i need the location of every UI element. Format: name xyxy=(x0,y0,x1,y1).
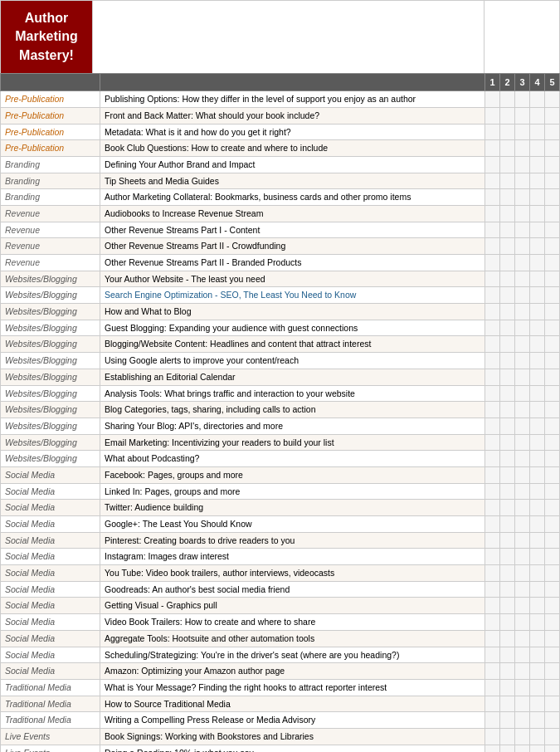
cell-score-5[interactable] xyxy=(545,434,560,451)
cell-score-3[interactable] xyxy=(515,712,530,729)
cell-score-1[interactable] xyxy=(485,598,500,614)
cell-score-2[interactable] xyxy=(500,173,515,189)
cell-score-1[interactable] xyxy=(485,287,500,304)
cell-score-5[interactable] xyxy=(545,598,560,614)
cell-score-1[interactable] xyxy=(485,565,500,582)
cell-score-3[interactable] xyxy=(515,140,530,157)
cell-score-2[interactable] xyxy=(500,696,515,712)
cell-score-1[interactable] xyxy=(485,614,500,631)
cell-score-5[interactable] xyxy=(545,205,560,222)
cell-score-2[interactable] xyxy=(500,712,515,729)
cell-score-5[interactable] xyxy=(545,255,560,271)
cell-score-5[interactable] xyxy=(545,336,560,353)
cell-score-2[interactable] xyxy=(500,418,515,434)
cell-score-5[interactable] xyxy=(545,663,560,680)
cell-score-4[interactable] xyxy=(530,91,545,108)
cell-score-3[interactable] xyxy=(515,336,530,353)
cell-score-3[interactable] xyxy=(515,614,530,631)
cell-score-4[interactable] xyxy=(530,728,545,745)
cell-score-2[interactable] xyxy=(500,630,515,647)
cell-score-3[interactable] xyxy=(515,287,530,304)
cell-score-4[interactable] xyxy=(530,107,545,124)
cell-score-2[interactable] xyxy=(500,581,515,598)
cell-score-5[interactable] xyxy=(545,745,560,752)
cell-score-4[interactable] xyxy=(530,304,545,320)
cell-score-3[interactable] xyxy=(515,369,530,385)
cell-score-5[interactable] xyxy=(545,238,560,255)
cell-score-3[interactable] xyxy=(515,728,530,745)
cell-score-5[interactable] xyxy=(545,712,560,729)
cell-score-4[interactable] xyxy=(530,255,545,271)
cell-score-4[interactable] xyxy=(530,466,545,483)
cell-score-5[interactable] xyxy=(545,466,560,483)
cell-score-5[interactable] xyxy=(545,516,560,533)
cell-score-2[interactable] xyxy=(500,320,515,336)
cell-score-3[interactable] xyxy=(515,205,530,222)
cell-score-2[interactable] xyxy=(500,402,515,418)
cell-score-4[interactable] xyxy=(530,516,545,533)
cell-score-4[interactable] xyxy=(530,581,545,598)
cell-score-4[interactable] xyxy=(530,679,545,696)
cell-score-5[interactable] xyxy=(545,173,560,189)
cell-score-4[interactable] xyxy=(530,336,545,353)
cell-score-5[interactable] xyxy=(545,500,560,516)
cell-score-2[interactable] xyxy=(500,516,515,533)
cell-score-3[interactable] xyxy=(515,630,530,647)
cell-score-1[interactable] xyxy=(485,696,500,712)
cell-score-1[interactable] xyxy=(485,745,500,752)
cell-score-5[interactable] xyxy=(545,369,560,385)
cell-score-2[interactable] xyxy=(500,549,515,565)
cell-score-1[interactable] xyxy=(485,385,500,402)
cell-score-3[interactable] xyxy=(515,271,530,287)
cell-score-1[interactable] xyxy=(485,500,500,516)
cell-score-5[interactable] xyxy=(545,418,560,434)
cell-score-5[interactable] xyxy=(545,91,560,108)
cell-score-2[interactable] xyxy=(500,205,515,222)
cell-score-5[interactable] xyxy=(545,189,560,206)
cell-score-3[interactable] xyxy=(515,549,530,565)
cell-score-4[interactable] xyxy=(530,663,545,680)
cell-score-5[interactable] xyxy=(545,565,560,582)
cell-score-4[interactable] xyxy=(530,402,545,418)
cell-score-1[interactable] xyxy=(485,647,500,663)
cell-score-1[interactable] xyxy=(485,434,500,451)
cell-score-4[interactable] xyxy=(530,287,545,304)
cell-score-5[interactable] xyxy=(545,614,560,631)
cell-score-1[interactable] xyxy=(485,369,500,385)
cell-score-2[interactable] xyxy=(500,107,515,124)
cell-score-1[interactable] xyxy=(485,173,500,189)
cell-score-2[interactable] xyxy=(500,679,515,696)
cell-score-1[interactable] xyxy=(485,466,500,483)
cell-score-1[interactable] xyxy=(485,353,500,369)
cell-score-5[interactable] xyxy=(545,451,560,467)
cell-score-1[interactable] xyxy=(485,205,500,222)
cell-score-2[interactable] xyxy=(500,614,515,631)
cell-score-2[interactable] xyxy=(500,140,515,157)
cell-score-3[interactable] xyxy=(515,679,530,696)
cell-score-3[interactable] xyxy=(515,647,530,663)
cell-score-3[interactable] xyxy=(515,500,530,516)
cell-score-3[interactable] xyxy=(515,304,530,320)
cell-score-3[interactable] xyxy=(515,402,530,418)
cell-score-3[interactable] xyxy=(515,385,530,402)
cell-score-1[interactable] xyxy=(485,418,500,434)
cell-score-1[interactable] xyxy=(485,107,500,124)
cell-score-2[interactable] xyxy=(500,434,515,451)
cell-score-1[interactable] xyxy=(485,140,500,157)
cell-score-1[interactable] xyxy=(485,516,500,533)
cell-score-3[interactable] xyxy=(515,238,530,255)
cell-score-4[interactable] xyxy=(530,124,545,140)
cell-score-4[interactable] xyxy=(530,696,545,712)
cell-score-3[interactable] xyxy=(515,156,530,173)
cell-score-2[interactable] xyxy=(500,565,515,582)
cell-score-5[interactable] xyxy=(545,696,560,712)
cell-score-2[interactable] xyxy=(500,189,515,206)
cell-score-4[interactable] xyxy=(530,353,545,369)
cell-score-3[interactable] xyxy=(515,91,530,108)
cell-score-5[interactable] xyxy=(545,679,560,696)
cell-score-1[interactable] xyxy=(485,483,500,500)
cell-score-5[interactable] xyxy=(545,532,560,549)
cell-score-3[interactable] xyxy=(515,745,530,752)
cell-score-4[interactable] xyxy=(530,614,545,631)
cell-score-3[interactable] xyxy=(515,516,530,533)
